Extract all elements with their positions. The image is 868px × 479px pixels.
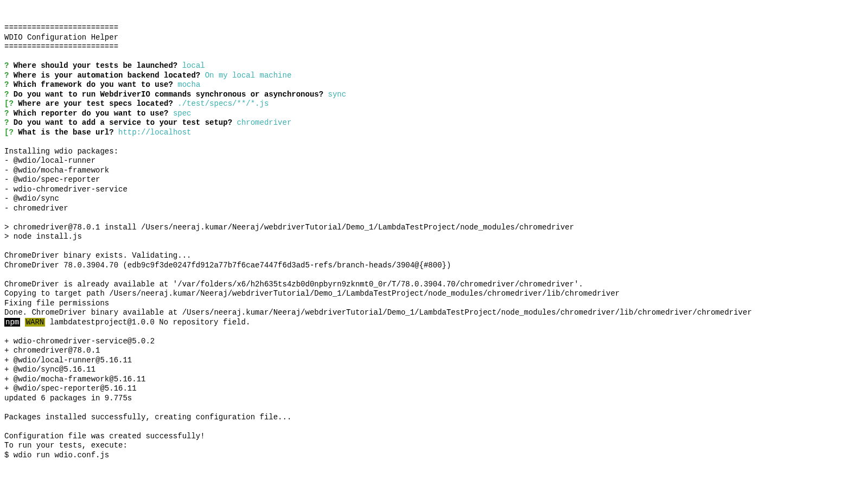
answer-text: mocha xyxy=(177,80,200,89)
warn-message: lambdatestproject@1.0.0 No repository fi… xyxy=(45,318,250,327)
answer-text: On my local machine xyxy=(205,71,292,80)
install-package: - @wdio/mocha-framework xyxy=(4,166,109,175)
question-text: Which reporter do you want to use? xyxy=(14,109,169,118)
warn-badge: WARN xyxy=(25,318,46,327)
question-mark: [? xyxy=(4,128,14,137)
install-package: - @wdio/spec-reporter xyxy=(4,175,100,184)
question-mark: [? xyxy=(4,99,14,108)
install-package: - wdio-chromedriver-service xyxy=(4,185,127,194)
added-package: + @wdio/sync@5.16.11 xyxy=(4,365,95,374)
install-header: Installing wdio packages: xyxy=(4,147,118,156)
added-package: + chromedriver@78.0.1 xyxy=(4,346,100,355)
question-mark: ? xyxy=(4,90,9,99)
header-title: WDIO Configuration Helper xyxy=(4,33,118,42)
added-package: + @wdio/local-runner@5.16.11 xyxy=(4,356,132,365)
question-mark: ? xyxy=(4,71,9,80)
output-line: Done. ChromeDriver binary available at /… xyxy=(4,308,752,317)
success-line: Configuration file was created successfu… xyxy=(4,432,205,440)
separator-top: ========================= xyxy=(4,23,118,32)
install-package: - @wdio/sync xyxy=(4,194,59,203)
question-text: Do you want to run WebdriverIO commands … xyxy=(14,90,323,99)
question-text: Which framework do you want to use? xyxy=(14,80,173,89)
output-line: ChromeDriver binary exists. Validating..… xyxy=(4,251,191,260)
command-line: > node install.js xyxy=(4,232,82,241)
question-mark: ? xyxy=(4,80,9,89)
question-mark: ? xyxy=(4,109,9,118)
separator-bottom: ========================= xyxy=(4,42,118,51)
output-line: Fixing file permissions xyxy=(4,299,109,308)
answer-text: sync xyxy=(328,90,347,99)
npm-badge: npm xyxy=(4,318,20,327)
terminal-output: ========================= WDIO Configura… xyxy=(4,23,864,460)
updated-line: updated 6 packages in 9.775s xyxy=(4,394,132,403)
question-text: What is the base url? xyxy=(18,128,113,137)
answer-text: spec xyxy=(173,109,192,118)
question-text: Do you want to add a service to your tes… xyxy=(14,118,232,127)
install-package: - chromedriver xyxy=(4,204,68,213)
question-mark: ? xyxy=(4,118,9,127)
answer-text: http://localhost xyxy=(118,128,191,137)
run-command: $ wdio run wdio.conf.js xyxy=(4,451,109,459)
output-line: ChromeDriver is already available at '/v… xyxy=(4,280,583,289)
install-package: - @wdio/local-runner xyxy=(4,156,95,165)
added-package: + @wdio/mocha-framework@5.16.11 xyxy=(4,375,145,384)
output-line: ChromeDriver 78.0.3904.70 (edb9c9f3de024… xyxy=(4,261,451,270)
output-line: Copying to target path /Users/neeraj.kum… xyxy=(4,289,620,298)
answer-text: ./test/specs/**/*.js xyxy=(177,99,269,108)
added-package: + wdio-chromedriver-service@5.0.2 xyxy=(4,337,155,346)
success-line: To run your tests, execute: xyxy=(4,441,127,450)
success-line: Packages installed successfully, creatin… xyxy=(4,413,291,421)
answer-text: chromedriver xyxy=(237,118,291,127)
question-mark: ? xyxy=(4,61,9,70)
added-package: + @wdio/spec-reporter@5.16.11 xyxy=(4,384,137,393)
question-text: Where are your test specs located? xyxy=(18,99,173,108)
question-text: Where is your automation backend located… xyxy=(14,71,200,80)
answer-text: local xyxy=(182,61,205,70)
command-line: > chromedriver@78.0.1 install /Users/nee… xyxy=(4,223,574,232)
question-text: Where should your tests be launched? xyxy=(14,61,177,70)
